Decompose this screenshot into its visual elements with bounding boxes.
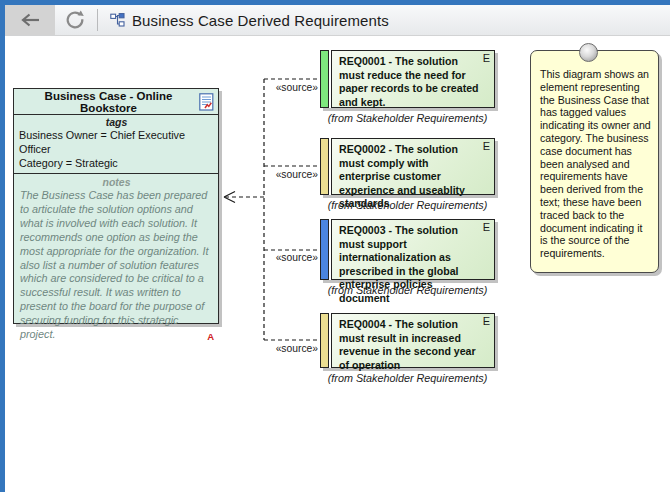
tagged-value: Business Owner = Chief Executive Officer: [19, 128, 214, 156]
tagged-value: Category = Strategic: [19, 156, 214, 170]
diagram-canvas: «source» «source» «source» «source» Busi…: [0, 0, 670, 492]
diagram-icon: [110, 13, 125, 27]
connector-stereotype-label: «source»: [238, 252, 318, 263]
requirement-status-bar: [320, 138, 329, 195]
external-requirement-indicator: E: [483, 52, 490, 64]
requirement-body: E REQ0004 - The solution must result in …: [331, 313, 495, 368]
note-pin-icon: [579, 43, 598, 62]
back-button[interactable]: [5, 5, 55, 35]
notes-compartment: notes The Business Case has been prepare…: [14, 173, 218, 344]
back-arrow-icon: [19, 12, 41, 28]
external-requirement-indicator: E: [483, 315, 490, 327]
connector-stereotype-label: «source»: [238, 343, 318, 354]
business-case-title: Business Case - Online Bookstore: [20, 90, 197, 114]
requirement-text: REQ0004 - The solution must result in in…: [332, 314, 494, 375]
note-text: This diagram shows an element representi…: [540, 68, 651, 260]
requirement-element-req0004[interactable]: E REQ0004 - The solution must result in …: [320, 313, 495, 368]
toolbar-separator: [97, 9, 98, 31]
connector-stereotype-label: «source»: [238, 169, 318, 180]
toolbar: Business Case Derived Requirements: [5, 5, 670, 36]
requirement-text: REQ0001 - The solution must reduce the n…: [332, 51, 494, 112]
note-element[interactable]: This diagram shows an element representi…: [530, 50, 659, 273]
diagram-title: Business Case Derived Requirements: [132, 12, 389, 29]
business-case-element[interactable]: Business Case - Online Bookstore tags Bu…: [13, 88, 219, 324]
refresh-button[interactable]: [55, 5, 95, 35]
window-top-border: [0, 0, 670, 5]
open-arrowhead: [224, 192, 235, 203]
requirement-body: E REQ0002 - The solution must comply wit…: [331, 138, 495, 195]
requirement-element-req0002[interactable]: E REQ0002 - The solution must comply wit…: [320, 138, 495, 195]
from-package-label: (from Stakeholder Requirements): [320, 112, 495, 124]
requirement-status-bar: [320, 50, 329, 108]
business-case-header: Business Case - Online Bookstore: [14, 89, 218, 114]
requirement-status-bar: [320, 313, 329, 368]
requirement-body: E REQ0003 - The solution must support in…: [331, 219, 495, 280]
linked-document-icon: [199, 93, 214, 111]
from-package-label: (from Stakeholder Requirements): [320, 199, 495, 211]
external-requirement-indicator: E: [483, 140, 490, 152]
connector-stereotype-label: «source»: [238, 82, 318, 93]
artifact-marker: A: [207, 331, 214, 342]
from-package-label: (from Stakeholder Requirements): [320, 372, 495, 384]
external-requirement-indicator: E: [483, 221, 490, 233]
requirement-element-req0001[interactable]: E REQ0001 - The solution must reduce the…: [320, 50, 495, 108]
requirement-status-bar: [320, 219, 329, 280]
tagged-values-compartment: tags Business Owner = Chief Executive Of…: [14, 114, 218, 173]
notes-text: The Business Case has been prepared to a…: [20, 189, 213, 342]
requirement-element-req0003[interactable]: E REQ0003 - The solution must support in…: [320, 219, 495, 280]
requirement-body: E REQ0001 - The solution must reduce the…: [331, 50, 495, 108]
refresh-icon: [64, 9, 86, 31]
from-package-label: (from Stakeholder Requirements): [320, 284, 495, 296]
notes-compartment-label: notes: [20, 176, 213, 188]
tags-compartment-label: tags: [19, 116, 214, 128]
window-left-border: [0, 0, 5, 492]
